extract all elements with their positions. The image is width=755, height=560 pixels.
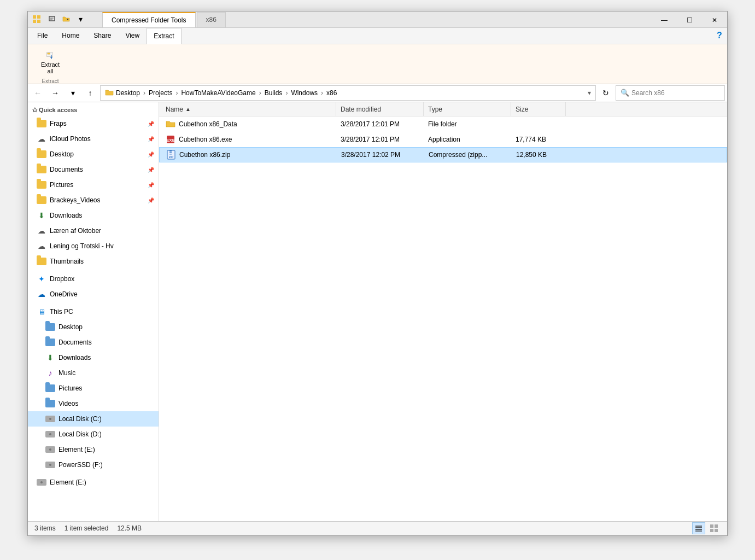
sort-arrow-name: ▲ (185, 106, 191, 112)
breadcrumb-x86[interactable]: x86 (326, 89, 337, 97)
ribbon-tab-extract[interactable]: Extract (147, 28, 181, 44)
close-button[interactable]: ✕ (702, 11, 727, 29)
back-button[interactable]: ← (30, 85, 45, 101)
sidebar-item-thispc[interactable]: 🖥 This PC (28, 304, 159, 319)
search-bar[interactable]: 🔍 (616, 85, 725, 101)
file-cell-name-0: Cubethon x86_Data (161, 119, 336, 129)
sidebar-item-localdisk-d[interactable]: Local Disk (D:) (28, 427, 159, 442)
sidebar-item-icloud-photos-label: iCloud Photos (50, 135, 91, 143)
minimize-button[interactable]: — (652, 11, 677, 29)
sidebar-item-downloads-qa[interactable]: ⬇ Downloads (28, 208, 159, 223)
breadcrumb-windows[interactable]: Windows (291, 89, 318, 97)
sidebar-folder-icon-7 (45, 322, 55, 332)
breadcrumb-projects[interactable]: Projects (149, 89, 172, 97)
sidebar-item-music-pc[interactable]: ♪ Music (28, 365, 159, 381)
sidebar-item-element-e[interactable]: Element (E:) (28, 442, 159, 457)
file-cell-type-1: Application (424, 136, 511, 143)
svg-rect-3 (37, 20, 40, 23)
sidebar-item-fraps[interactable]: Fraps 📌 (28, 116, 159, 131)
file-list-header: Name ▲ Date modified Type Size (159, 102, 727, 116)
sidebar-item-brackeys[interactable]: Brackeys_Videos 📌 (28, 192, 159, 208)
sidebar-folder-icon-8 (45, 337, 55, 347)
sidebar-item-lening-label: Lening og Trotski - Hv (50, 242, 114, 250)
table-row[interactable]: ZIP Cubethon x86.zip 3/28/2017 12:02 PM … (159, 147, 727, 162)
sidebar-folder-icon-2 (37, 149, 46, 159)
sidebar-item-dropbox-label: Dropbox (50, 275, 74, 283)
breadcrumb-builds[interactable]: Builds (265, 89, 283, 97)
qat-properties-button[interactable] (45, 13, 58, 26)
sidebar-item-laeren[interactable]: ☁ Læren af Oktober (28, 223, 159, 238)
sidebar-folder-icon-6 (37, 256, 46, 266)
zip-icon-2: ZIP (166, 150, 176, 160)
sidebar-item-downloads-pc-label: Downloads (58, 354, 91, 361)
sidebar-drive-icon-d (45, 429, 55, 439)
refresh-button[interactable]: ↻ (598, 85, 613, 101)
sidebar-item-localdisk-c[interactable]: Local Disk (C:) (28, 411, 159, 427)
search-input[interactable] (631, 89, 720, 97)
sidebar-item-pictures-pc[interactable]: Pictures (28, 381, 159, 396)
table-row[interactable]: Cubethon x86_Data 3/28/2017 12:01 PM Fil… (159, 116, 727, 132)
sidebar-thispc-icon: 🖥 (37, 307, 46, 317)
ribbon-tab-view[interactable]: View (118, 27, 147, 44)
svg-rect-0 (33, 15, 36, 19)
sidebar-item-icloud-photos[interactable]: ☁ iCloud Photos 📌 (28, 131, 159, 147)
maximize-button[interactable]: ☐ (677, 11, 702, 29)
svg-rect-2 (33, 20, 36, 23)
sidebar-item-localdisk-c-label: Local Disk (C:) (58, 415, 102, 423)
svg-rect-18 (169, 154, 172, 155)
file-list: Cubethon x86_Data 3/28/2017 12:01 PM Fil… (159, 116, 727, 521)
address-bar[interactable]: Desktop › Projects › HowToMakeAVideoGame… (100, 85, 596, 101)
extract-all-button[interactable]: Extract all (37, 49, 64, 77)
sidebar-item-downloads-pc[interactable]: ⬇ Downloads (28, 350, 159, 365)
sidebar-item-powerssd-label: PowerSSD (F:) (58, 461, 103, 469)
large-icons-view-button[interactable] (707, 522, 721, 534)
sidebar-item-fraps-label: Fraps (50, 120, 67, 127)
folder-icon-0 (166, 119, 175, 129)
qat-new-folder-button[interactable] (60, 13, 73, 26)
breadcrumb-game[interactable]: HowToMakeAVideoGame (181, 89, 255, 97)
col-header-date[interactable]: Date modified (336, 102, 424, 116)
sidebar-item-localdisk-d-label: Local Disk (D:) (58, 430, 102, 438)
sidebar-item-onedrive[interactable]: ☁ OneDrive (28, 287, 159, 302)
sidebar-item-dropbox[interactable]: ✦ Dropbox (28, 271, 159, 287)
sidebar-item-videos-pc[interactable]: Videos (28, 396, 159, 411)
file-cell-type-0: File folder (424, 120, 511, 128)
col-header-name[interactable]: Name ▲ (161, 102, 336, 116)
up-button[interactable]: ↑ (83, 85, 98, 101)
sidebar-item-brackeys-label: Brackeys_Videos (50, 196, 101, 204)
sidebar-item-element-e-bottom[interactable]: Element (E:) (28, 475, 159, 490)
forward-button[interactable]: → (48, 85, 63, 101)
sidebar-item-documents[interactable]: Documents 📌 (28, 162, 159, 177)
col-header-size[interactable]: Size (511, 102, 566, 116)
ribbon-tab-home[interactable]: Home (55, 27, 86, 44)
help-button[interactable]: ? (712, 29, 727, 42)
search-magnifier-icon: 🔍 (621, 89, 629, 97)
col-header-type[interactable]: Type (424, 102, 511, 116)
pin-icon-4: 📌 (148, 167, 154, 173)
breadcrumb-desktop[interactable]: Desktop (116, 89, 140, 97)
ribbon-tab-share[interactable]: Share (86, 27, 118, 44)
svg-rect-24 (710, 524, 713, 528)
sidebar-item-pictures-label: Pictures (50, 181, 73, 189)
sidebar-item-onedrive-label: OneDrive (50, 290, 78, 298)
ribbon-tab-file[interactable]: File (30, 27, 55, 44)
sidebar-item-desktop-pc[interactable]: Desktop (28, 319, 159, 335)
sidebar-item-documents-pc[interactable]: Documents (28, 335, 159, 350)
qat-dropdown-button[interactable]: ▾ (74, 13, 87, 26)
status-bar: 3 items 1 item selected 12.5 MB (28, 521, 727, 535)
sidebar-item-lening[interactable]: ☁ Lening og Trotski - Hv (28, 238, 159, 254)
item-count: 3 items (34, 524, 56, 532)
svg-rect-17 (169, 152, 172, 153)
tab-compressed-folder-tools[interactable]: Compressed Folder Tools (102, 12, 196, 27)
sidebar-item-desktop[interactable]: Desktop 📌 (28, 147, 159, 162)
sidebar-item-pictures[interactable]: Pictures 📌 (28, 177, 159, 192)
details-view-button[interactable] (692, 522, 705, 534)
tab-x86[interactable]: x86 (197, 12, 226, 27)
recent-locations-button[interactable]: ▾ (65, 85, 80, 101)
sidebar-folder-icon-3 (37, 165, 46, 174)
file-cell-name-1: EXE Cubethon x86.exe (161, 135, 336, 144)
sidebar-item-thumbnails[interactable]: Thumbnails (28, 254, 159, 269)
sidebar-item-powerssd[interactable]: PowerSSD (F:) (28, 457, 159, 472)
table-row[interactable]: EXE Cubethon x86.exe 3/28/2017 12:01 PM … (159, 132, 727, 147)
quick-access-header: ✩ Quick access (28, 102, 159, 116)
